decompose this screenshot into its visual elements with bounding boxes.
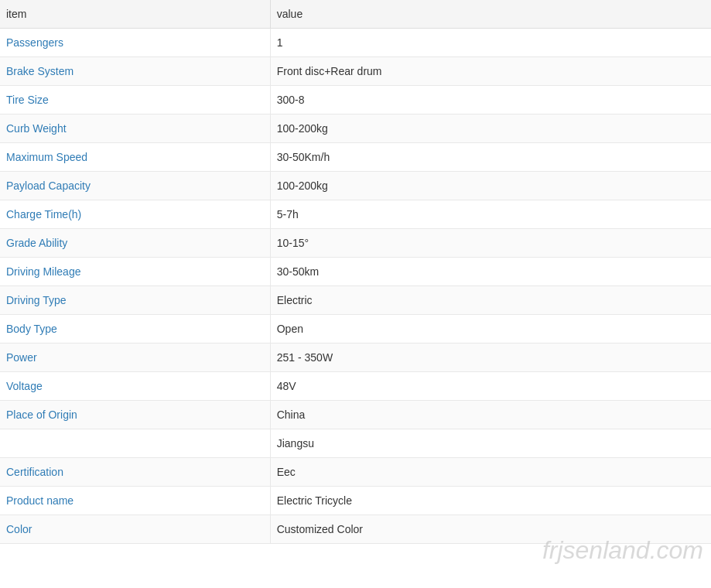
table-cell-item: Voltage — [0, 372, 270, 401]
table-cell-item: Power — [0, 344, 270, 372]
table-cell-item: Color — [0, 515, 270, 544]
table-row: Brake SystemFront disc+Rear drum — [0, 57, 711, 86]
table-cell-item: Curb Weight — [0, 115, 270, 143]
table-cell-item: Driving Mileage — [0, 258, 270, 286]
table-cell-value: 100-200kg — [270, 172, 711, 200]
table-cell-item: Charge Time(h) — [0, 200, 270, 229]
table-row: Payload Capacity100-200kg — [0, 172, 711, 200]
item-column-header: item — [0, 0, 270, 29]
table-cell-item: Grade Ability — [0, 229, 270, 258]
table-row: Tire Size300-8 — [0, 86, 711, 115]
specs-table: item value Passengers1Brake SystemFront … — [0, 0, 711, 544]
value-column-header: value — [270, 0, 711, 29]
table-cell-value: 251 - 350W — [270, 344, 711, 372]
table-row: ColorCustomized Color — [0, 515, 711, 544]
table-cell-value: Front disc+Rear drum — [270, 57, 711, 86]
table-row: Maximum Speed30-50Km/h — [0, 143, 711, 172]
table-cell-item: Certification — [0, 458, 270, 487]
specs-table-container: item value Passengers1Brake SystemFront … — [0, 0, 711, 544]
table-cell-value: Eec — [270, 458, 711, 487]
table-row: CertificationEec — [0, 458, 711, 487]
table-cell-item: Payload Capacity — [0, 172, 270, 200]
table-row: Grade Ability10-15° — [0, 229, 711, 258]
table-row: Curb Weight100-200kg — [0, 115, 711, 143]
table-cell-value: 48V — [270, 372, 711, 401]
table-cell-value: 100-200kg — [270, 115, 711, 143]
table-cell-value: Jiangsu — [270, 429, 711, 458]
table-row: Passengers1 — [0, 29, 711, 57]
table-row: Place of OriginChina — [0, 401, 711, 429]
table-row: Charge Time(h)5-7h — [0, 200, 711, 229]
table-cell-item: Maximum Speed — [0, 143, 270, 172]
table-cell-value: Customized Color — [270, 515, 711, 544]
table-cell-item: Product name — [0, 487, 270, 515]
table-cell-item: Brake System — [0, 57, 270, 86]
table-row: Driving TypeElectric — [0, 286, 711, 315]
table-cell-value: 300-8 — [270, 86, 711, 115]
table-cell-value: 30-50km — [270, 258, 711, 286]
table-cell-value: 5-7h — [270, 200, 711, 229]
table-row: Power251 - 350W — [0, 344, 711, 372]
table-cell-value: 10-15° — [270, 229, 711, 258]
table-cell-item: Driving Type — [0, 286, 270, 315]
table-row: Voltage48V — [0, 372, 711, 401]
table-cell-item — [0, 429, 270, 458]
table-cell-value: 1 — [270, 29, 711, 57]
table-cell-value: Electric Tricycle — [270, 487, 711, 515]
table-cell-value: Electric — [270, 286, 711, 315]
table-cell-item: Body Type — [0, 315, 270, 344]
table-cell-value: China — [270, 401, 711, 429]
table-header-row: item value — [0, 0, 711, 29]
table-cell-item: Place of Origin — [0, 401, 270, 429]
table-cell-item: Passengers — [0, 29, 270, 57]
table-row: Body TypeOpen — [0, 315, 711, 344]
table-row: Product nameElectric Tricycle — [0, 487, 711, 515]
table-cell-value: 30-50Km/h — [270, 143, 711, 172]
table-row: Driving Mileage30-50km — [0, 258, 711, 286]
table-row: Jiangsu — [0, 429, 711, 458]
table-cell-item: Tire Size — [0, 86, 270, 115]
table-cell-value: Open — [270, 315, 711, 344]
